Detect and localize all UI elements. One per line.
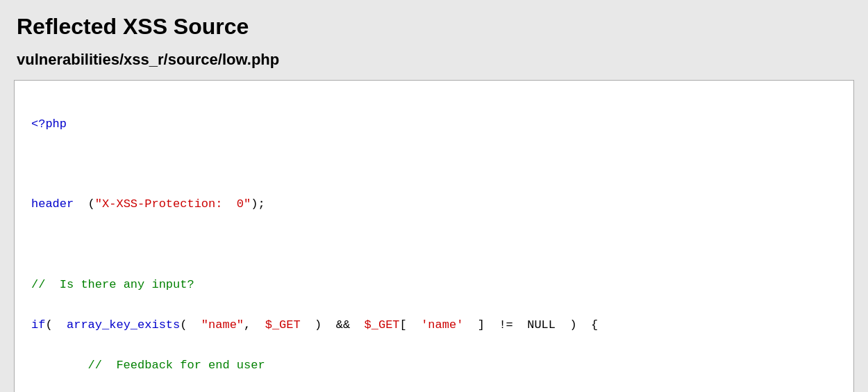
php-open-tag: <?php [31, 117, 67, 131]
if-statement: if( array_key_exists( "name", $_GET ) &&… [31, 318, 598, 332]
file-path: vulnerabilities/xss_r/source/low.php [17, 51, 854, 69]
comment-line-1: // Is there any input? [31, 278, 194, 291]
header-line: header ("X-XSS-Protection: 0"); [31, 197, 265, 211]
code-block: <?php header ("X-XSS-Protection: 0"); //… [31, 95, 837, 392]
code-container: <?php header ("X-XSS-Protection: 0"); //… [14, 80, 854, 392]
comment-line-2: // Feedback for end user [31, 359, 265, 372]
page-title: Reflected XSS Source [17, 14, 854, 40]
